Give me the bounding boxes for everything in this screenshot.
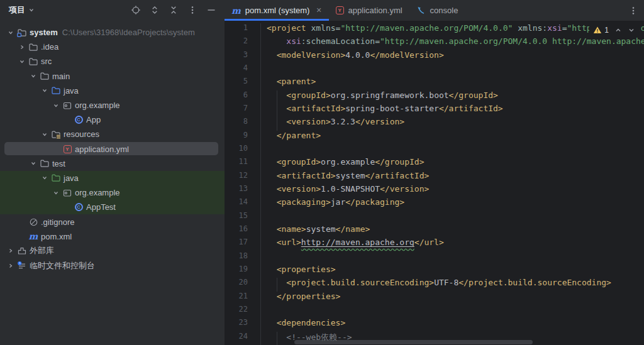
code-token: <url> (277, 238, 301, 247)
hide-panel-icon[interactable] (206, 4, 217, 16)
tree-item[interactable]: src (0, 54, 225, 68)
chevron-down-icon[interactable] (28, 71, 38, 81)
code-line[interactable] (261, 144, 644, 157)
locate-icon[interactable] (130, 4, 142, 16)
code-line[interactable] (261, 251, 644, 265)
warning-icon[interactable] (593, 26, 602, 35)
code-line[interactable]: <project.build.sourceEncoding>UTF-8</pro… (261, 278, 644, 291)
tree-item[interactable]: CApp (0, 112, 225, 127)
tree-item[interactable]: org.example (0, 98, 225, 112)
tree-item[interactable]: resources (0, 127, 225, 141)
code-token (267, 318, 277, 327)
editor-tab[interactable]: mpom.xml (system)✕ (225, 0, 329, 21)
tree-item[interactable]: main (0, 69, 225, 84)
tree-item[interactable]: java (0, 84, 225, 98)
code-line[interactable]: <dependencies> (261, 318, 644, 331)
code-line[interactable] (261, 63, 644, 77)
tree-item-label: AppTest (86, 202, 116, 212)
tree-item[interactable]: test (0, 156, 225, 171)
next-problem-icon[interactable] (628, 26, 635, 34)
tree-item[interactable]: mpom.xml (0, 229, 225, 244)
tree-item[interactable]: .idea (0, 40, 225, 54)
tree-item-label: 临时文件和控制台 (30, 260, 95, 271)
chevron-down-icon[interactable] (50, 101, 61, 111)
editor-tab-label: pom.xml (system) (245, 6, 310, 15)
chevron-down-icon[interactable] (39, 85, 50, 96)
editor-tab[interactable]: console (409, 0, 465, 21)
code-token: <groupId> (277, 157, 321, 167)
code-line[interactable]: xsi:schemaLocation="http://maven.apache.… (261, 36, 644, 50)
code-line[interactable]: <artifactId>system</artifactId> (261, 171, 644, 184)
console-icon (416, 6, 426, 15)
collapse-all-icon[interactable] (168, 4, 179, 16)
chevron-down-icon[interactable] (28, 7, 35, 13)
chevron-down-icon[interactable] (39, 129, 50, 140)
tree-item[interactable]: java (0, 171, 225, 185)
hyperlink-text[interactable]: http://maven.apache.org (301, 238, 414, 247)
chevron-down-icon[interactable] (28, 158, 38, 168)
editor-body[interactable]: 123456789101112131415161718192021222324 … (225, 21, 644, 345)
code-token (267, 224, 277, 234)
prev-problem-icon[interactable] (614, 26, 622, 34)
code-line[interactable]: <properties> (261, 265, 644, 278)
folder-test-icon (50, 173, 62, 183)
code-line[interactable]: </properties> (261, 292, 644, 305)
code-token: org.example (321, 157, 375, 167)
editor-code-area[interactable]: <project xmlns="http://maven.apache.org/… (261, 23, 644, 345)
package-icon (61, 188, 74, 198)
tree-item[interactable]: Yapplication.yml (0, 142, 225, 156)
chevron-right-icon[interactable] (5, 261, 16, 271)
chevron-down-icon[interactable] (39, 173, 50, 183)
project-panel-title[interactable]: 项目 (9, 4, 25, 16)
tree-item-label: application.yml (75, 145, 129, 154)
code-line[interactable]: <name>system</name> (261, 224, 644, 238)
editor-tab[interactable]: Yapplication.yml (329, 0, 409, 21)
horizontal-scrollbar-thumb[interactable] (294, 340, 533, 344)
code-line[interactable]: <packaging>jar</packaging> (261, 197, 644, 211)
chevron-right-icon[interactable] (5, 246, 16, 256)
code-token (513, 23, 518, 33)
code-token: <groupId> (286, 90, 330, 100)
code-line[interactable]: <modelVersion>4.0.0</modelVersion> (261, 50, 644, 63)
chevron-down-icon[interactable] (50, 188, 61, 198)
more-options-icon[interactable] (187, 4, 198, 16)
tabs-more-options-icon[interactable] (628, 0, 644, 21)
code-token: </properties> (277, 292, 341, 301)
code-line[interactable]: <url>http://maven.apache.org</url> (261, 238, 644, 251)
chevron-right-icon[interactable] (16, 42, 27, 52)
code-token: </version> (355, 117, 404, 126)
expand-all-icon[interactable] (149, 4, 160, 16)
code-line[interactable]: <artifactId>spring-boot-starter</artifac… (261, 104, 644, 117)
tree-item[interactable]: .gitignore (0, 214, 225, 229)
code-line[interactable]: <groupId>org.example</groupId> (261, 157, 644, 170)
chevron-down-icon[interactable] (16, 57, 27, 67)
class-icon: C (72, 202, 85, 212)
code-line[interactable]: <groupId>org.springframework.boot</group… (261, 90, 644, 104)
tree-item-label: system (30, 28, 58, 37)
tree-item-label: java (64, 173, 79, 183)
code-token: <version> (277, 184, 321, 194)
project-tree: systemC:\Users\31968\IdeaProjects\system… (0, 20, 225, 345)
tree-item[interactable]: org.example (0, 185, 225, 200)
chevron-down-icon[interactable] (5, 28, 16, 38)
code-line[interactable]: <version>3.2.3</version> (261, 117, 644, 130)
code-token: </groupId> (375, 157, 424, 167)
tree-item[interactable]: systemC:\Users\31968\IdeaProjects\system (0, 25, 225, 40)
code-line[interactable]: <project xmlns="http://maven.apache.org/… (261, 23, 644, 36)
close-icon[interactable]: ✕ (316, 6, 321, 14)
chevron-spacer (62, 202, 72, 212)
tree-item[interactable]: CAppTest (0, 200, 225, 214)
code-line[interactable]: <version>1.0-SNAPSHOT</version> (261, 184, 644, 197)
editor-tab-label: console (430, 6, 458, 15)
code-line[interactable]: <parent> (261, 77, 644, 90)
tree-item-label: App (86, 115, 101, 124)
tree-item[interactable]: 外部库 (0, 244, 225, 258)
tree-item-label: org.example (75, 101, 120, 110)
code-line[interactable]: </parent> (261, 131, 644, 144)
code-token: <artifactId> (286, 104, 345, 113)
code-line[interactable] (261, 305, 644, 318)
tree-item-label: resources (64, 129, 99, 139)
tree-item[interactable]: 临时文件和控制台 (0, 258, 225, 273)
code-line[interactable] (261, 211, 644, 224)
project-panel-toolbar (130, 4, 217, 16)
